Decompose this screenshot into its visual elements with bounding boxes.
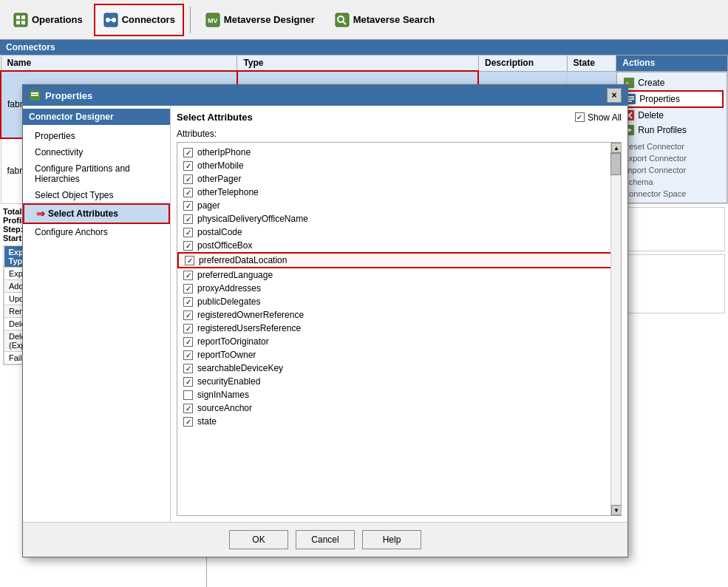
svg-rect-1 (16, 16, 20, 19)
show-all-label-text: Show All (588, 112, 622, 123)
attr-report-to-originator[interactable]: reportToOriginator (177, 335, 621, 348)
operations-button[interactable]: Operations (4, 4, 91, 36)
action-reset-connector[interactable]: Reset Connector (620, 140, 724, 152)
dialog-titlebar: Properties × (23, 85, 627, 106)
attr-other-ip-phone[interactable]: otherIpPhone (177, 146, 621, 159)
nav-configure-partitions[interactable]: Configure Partitions and Hierarchies (23, 160, 170, 187)
attr-report-to-owner[interactable]: reportToOwner (177, 348, 621, 362)
attr-public-delegates[interactable]: publicDelegates (177, 295, 621, 308)
nav-connectivity[interactable]: Connectivity (23, 144, 170, 160)
nav-select-attributes-label: Select Attributes (48, 208, 118, 219)
attr-label-otherMobile: otherMobile (197, 160, 244, 171)
metaverse-search-label: Metaverse Search (353, 14, 435, 25)
attr-checkbox-otherIpPhone[interactable] (183, 148, 193, 157)
toolbar: Operations Connectors MV Metaverse Desig… (0, 0, 728, 40)
attr-postal-code[interactable]: postalCode (177, 225, 621, 239)
attr-checkbox-proxyAddresses[interactable] (183, 284, 193, 294)
attr-other-telephone[interactable]: otherTelephone (177, 186, 621, 199)
attr-searchable-device-key[interactable]: searchableDeviceKey (177, 362, 621, 375)
attr-checkbox-sourceAnchor[interactable] (183, 404, 193, 413)
attr-checkbox-registeredOwner[interactable] (183, 311, 193, 320)
attr-pager[interactable]: pager (177, 199, 621, 212)
attr-physical-delivery[interactable]: physicalDeliveryOfficeName (177, 212, 621, 225)
attributes-list: otherIpPhone otherMobile otherPager othe… (177, 142, 622, 516)
attr-label-otherIpPhone: otherIpPhone (197, 147, 251, 157)
action-export-connector[interactable]: Export Connector (620, 152, 724, 164)
action-schema[interactable]: Schema (620, 176, 724, 188)
col-state: State (567, 55, 616, 72)
nav-properties[interactable]: Properties (23, 128, 170, 144)
show-all-checkbox[interactable] (575, 112, 585, 122)
nav-select-object-types[interactable]: Select Object Types (23, 187, 170, 203)
attr-registered-users[interactable]: registeredUsersReference (177, 322, 621, 335)
nav-configure-anchors[interactable]: Configure Anchors (23, 224, 170, 240)
cancel-button[interactable]: Cancel (296, 530, 355, 549)
attr-other-pager[interactable]: otherPager (177, 172, 621, 186)
attr-proxy-addresses[interactable]: proxyAddresses (177, 282, 621, 295)
actions-panel: + Create Properties (616, 72, 727, 203)
attr-preferred-data-location[interactable]: preferredDataLocation (177, 252, 621, 268)
attr-checkbox-securityEnabled[interactable] (183, 377, 193, 387)
attr-preferred-language[interactable]: preferredLanguage (177, 268, 621, 282)
action-connector-space[interactable]: Connector Space (620, 188, 724, 200)
attr-checkbox-preferredLanguage[interactable] (183, 271, 193, 280)
connectors-button[interactable]: Connectors (94, 4, 184, 36)
attr-checkbox-publicDelegates[interactable] (183, 297, 193, 307)
attr-checkbox-otherMobile[interactable] (183, 161, 193, 171)
action-import-connector[interactable]: Import Connector (620, 164, 724, 176)
action-properties[interactable]: Properties (620, 90, 724, 108)
action-run-profiles[interactable]: Run Profiles (620, 123, 724, 138)
scroll-up-button[interactable]: ▲ (611, 143, 622, 153)
scroll-down-button[interactable]: ▼ (611, 505, 622, 515)
attr-label-preferredDataLocation: preferredDataLocation (199, 255, 287, 265)
dialog-title-area: Properties (29, 89, 92, 101)
show-all-container: Show All (575, 112, 622, 123)
connectors-label: Connectors (122, 14, 175, 25)
dialog-content: Select Attributes Show All Attributes: o… (171, 106, 627, 522)
attr-checkbox-pager[interactable] (183, 201, 193, 211)
help-button[interactable]: Help (362, 530, 421, 549)
dialog-footer: OK Cancel Help (23, 522, 627, 557)
attr-checkbox-postOfficeBox[interactable] (183, 241, 193, 251)
attr-checkbox-signInNames[interactable] (183, 390, 193, 400)
dialog-close-button[interactable]: × (607, 88, 622, 103)
scrollbar-thumb[interactable] (610, 153, 621, 175)
attr-post-office-box[interactable]: postOfficeBox (177, 239, 621, 252)
attr-checkbox-state[interactable] (183, 417, 193, 427)
scrollbar-track[interactable]: ▲ ▼ (610, 143, 621, 515)
attr-label-otherTelephone: otherTelephone (197, 187, 259, 197)
svg-rect-3 (16, 21, 20, 24)
attr-state[interactable]: state (177, 415, 621, 428)
ok-button[interactable]: OK (229, 530, 288, 549)
svg-rect-2 (21, 16, 25, 19)
attr-checkbox-searchableDeviceKey[interactable] (183, 364, 193, 373)
metaverse-search-button[interactable]: Metaverse Search (326, 4, 443, 36)
attr-checkbox-otherPager[interactable] (183, 174, 193, 184)
connector-designer-header: Connector Designer (23, 109, 170, 125)
select-attributes-title: Select Attributes (177, 112, 253, 123)
metaverse-designer-label: Metaverse Designer (224, 14, 315, 25)
attr-checkbox-physicalDelivery[interactable] (183, 214, 193, 224)
actions-more: Reset Connector Export Connector Import … (620, 140, 724, 200)
attr-sign-in-names[interactable]: signInNames (177, 388, 621, 401)
attr-checkbox-reportToOwner[interactable] (183, 350, 193, 360)
attr-label-preferredLanguage: preferredLanguage (197, 270, 273, 280)
attr-registered-owner[interactable]: registeredOwnerReference (177, 308, 621, 322)
attr-other-mobile[interactable]: otherMobile (177, 159, 621, 172)
attr-checkbox-reportToOriginator[interactable] (183, 337, 193, 347)
nav-select-attributes[interactable]: ⇒ Select Attributes (23, 203, 170, 224)
attr-checkbox-preferredDataLocation[interactable] (185, 256, 194, 265)
svg-rect-27 (31, 95, 38, 96)
dialog-title-text: Properties (45, 90, 92, 101)
action-delete[interactable]: Delete (620, 108, 724, 123)
attr-security-enabled[interactable]: securityEnabled (177, 375, 621, 388)
attr-source-anchor[interactable]: sourceAnchor (177, 401, 621, 415)
connectors-panel-header: Connectors (0, 40, 728, 55)
attr-checkbox-postalCode[interactable] (183, 228, 193, 237)
attr-checkbox-registeredUsers[interactable] (183, 324, 193, 333)
metaverse-designer-button[interactable]: MV Metaverse Designer (197, 4, 323, 36)
action-create[interactable]: + Create (620, 75, 724, 90)
col-type: Type (237, 55, 479, 72)
attr-checkbox-otherTelephone[interactable] (183, 188, 193, 197)
attributes-subheader: Attributes: (177, 129, 622, 139)
